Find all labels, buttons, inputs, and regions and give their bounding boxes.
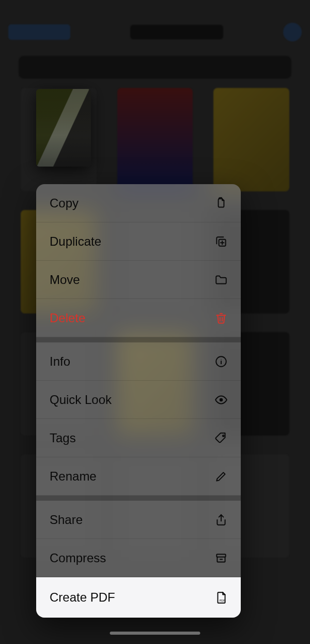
menu-item-label: Rename [50,469,97,484]
menu-group-separator [36,337,241,342]
pdf-icon: PDF [214,590,228,605]
menu-item-label: Tags [50,431,76,445]
copy-doc-icon [214,196,228,211]
tag-icon [214,431,228,445]
trash-icon [214,311,228,325]
menu-item-label: Duplicate [50,234,101,249]
menu-item-label: Share [50,513,83,527]
menu-item-label: Compress [50,551,106,565]
info-icon [214,354,228,369]
folder-icon [214,273,228,287]
menu-item-info[interactable]: Info [36,342,241,381]
menu-item-label: Create PDF [50,590,115,605]
menu-item-copy[interactable]: Copy [36,184,241,222]
menu-item-label: Delete [50,311,85,325]
menu-item-delete[interactable]: Delete [36,299,241,337]
menu-item-label: Move [50,273,80,287]
svg-point-2 [221,359,221,360]
svg-point-4 [223,435,224,437]
pencil-icon [214,469,228,484]
menu-item-compress[interactable]: Compress [36,539,241,577]
menu-item-tags[interactable]: Tags [36,419,241,457]
menu-item-quick-look[interactable]: Quick Look [36,381,241,419]
home-indicator[interactable] [110,632,200,635]
menu-item-duplicate[interactable]: Duplicate [36,222,241,261]
menu-item-label: Quick Look [50,393,112,407]
context-menu: Copy Duplicate Move Delete Info Quick Lo… [36,184,241,618]
svg-point-3 [220,398,223,401]
menu-item-label: Copy [50,196,79,211]
archive-icon [214,551,228,565]
menu-item-rename[interactable]: Rename [36,457,241,496]
share-icon [214,513,228,527]
menu-item-move[interactable]: Move [36,261,241,299]
eye-icon [214,393,228,407]
selected-file-preview [36,89,91,167]
menu-item-label: Info [50,354,70,369]
menu-item-create-pdf[interactable]: Create PDF PDF [36,577,241,618]
svg-text:PDF: PDF [220,599,226,602]
duplicate-icon [214,234,228,249]
menu-group-separator [36,496,241,501]
svg-rect-5 [216,554,225,557]
menu-item-share[interactable]: Share [36,501,241,539]
